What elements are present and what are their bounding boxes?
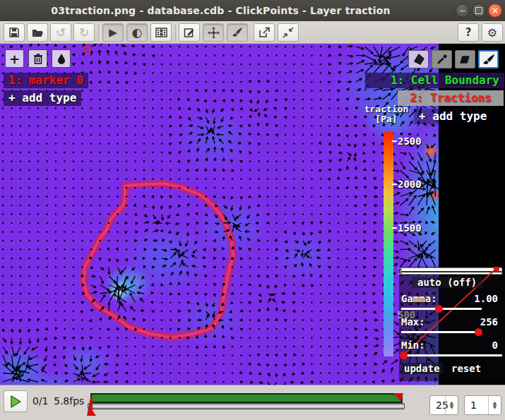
polygon-tool-icon (412, 54, 425, 65)
polygon-fill-tool-button[interactable] (408, 50, 429, 68)
max-slider-handle[interactable] (475, 328, 482, 336)
edit-marker-button[interactable] (179, 23, 200, 42)
spin-arrows[interactable]: ▲▼ (445, 396, 458, 414)
marker-type-label: 1: marker 0 (8, 73, 83, 87)
edit-icon (184, 27, 195, 38)
collapse-arrows-icon (283, 27, 294, 38)
play-button[interactable]: ▶ (102, 23, 124, 42)
timeline-groove[interactable] (88, 403, 405, 409)
open-button[interactable] (27, 23, 48, 42)
playback-play-button[interactable] (4, 390, 28, 412)
color-picker-tool-button[interactable] (432, 50, 452, 68)
colorbar-tick-label: 1500 (398, 222, 422, 234)
save-button[interactable] (4, 23, 25, 42)
playback-bar: 0/1 5.8fps 25 ▲▼ 1 ▲▼ (0, 385, 505, 420)
undo-button[interactable]: ↺ (50, 23, 71, 42)
maximize-button[interactable] (472, 4, 486, 18)
colorbar-title: traction[Pa] (362, 104, 411, 124)
eraser-icon (459, 55, 471, 64)
timeline-range[interactable] (90, 393, 403, 403)
redo-button[interactable]: ↻ (73, 23, 95, 42)
maximize-icon (475, 7, 482, 14)
gamma-slider-handle[interactable] (435, 305, 443, 313)
add-type-label: + add type (419, 109, 487, 123)
pipette-icon (436, 54, 448, 65)
spin-arrows[interactable]: ▲▼ (488, 396, 501, 414)
mask-type-label: 2: Tractions (410, 91, 492, 104)
help-button[interactable]: ? (458, 23, 479, 42)
export-icon (259, 27, 270, 38)
min-label: Min: (401, 340, 425, 351)
plus-icon: + (9, 52, 20, 66)
play-icon: ▶ (109, 26, 117, 39)
mask-type-item-tractions[interactable]: 2: Tractions (398, 90, 504, 106)
export-button[interactable] (254, 23, 275, 42)
fps-spinbox[interactable]: 25 ▲▼ (429, 395, 458, 415)
auto-button[interactable]: auto (off) (412, 277, 482, 288)
max-label: Max: (401, 316, 425, 328)
folder-open-icon (32, 28, 44, 38)
close-icon: × (492, 6, 499, 15)
help-icon: ? (465, 26, 472, 39)
colorbar-tick-mark (392, 184, 397, 185)
undo-icon: ↺ (56, 25, 66, 40)
shrink-view-button[interactable] (278, 23, 299, 42)
save-icon (8, 27, 20, 38)
toolbar-separator (175, 24, 178, 41)
delete-marker-tool-button[interactable] (28, 49, 47, 68)
reset-button[interactable]: reset (448, 363, 484, 374)
add-mask-type-button[interactable]: + add type (414, 109, 492, 124)
spin-down-icon[interactable]: ▼ (450, 405, 453, 409)
film-button[interactable] (150, 23, 172, 42)
image-viewport[interactable]: + 1: marker 0 + add type 1: Cell Boundar… (0, 44, 505, 385)
toolbar: ↺ ↻ ▶ ◐ ? ⚙ (0, 21, 505, 44)
contrast-icon: ◐ (132, 25, 143, 40)
fill-marker-tool-button[interactable] (52, 49, 71, 68)
spin-down-icon[interactable]: ▼ (493, 405, 497, 409)
eraser-tool-button[interactable] (455, 50, 475, 68)
min-value: 0 (492, 340, 498, 351)
trash-icon (33, 54, 43, 64)
fps-indicator: 5.8fps (54, 395, 84, 407)
play-icon (10, 395, 21, 408)
window-title: 03traction.png - database.cdb - ClickPoi… (0, 5, 441, 16)
minimize-button[interactable]: − (456, 4, 470, 18)
colorbar-tick-mark (392, 227, 397, 229)
add-type-label: + add type (8, 91, 76, 104)
gamma-value: 1.00 (474, 293, 498, 304)
mask-type-item-cell-boundary[interactable]: 1: Cell Boundary (365, 73, 504, 88)
close-button[interactable]: × (488, 4, 502, 18)
colorbar-tick-label: 2000 (398, 179, 422, 190)
add-marker-type-button[interactable]: + add type (4, 90, 81, 106)
minimize-icon: − (459, 6, 466, 15)
frame-counter: 0/1 (32, 395, 49, 407)
toolbar-separator (98, 24, 101, 41)
max-slider[interactable] (401, 331, 482, 333)
update-button[interactable]: update (401, 363, 443, 374)
redo-icon: ↻ (79, 25, 89, 40)
add-marker-tool-button[interactable]: + (5, 49, 24, 68)
film-icon (155, 28, 167, 37)
gamma-label: Gamma: (401, 293, 437, 304)
move-tool-button[interactable] (203, 23, 224, 42)
skip-spin-value: 1 (470, 400, 477, 411)
clickpoints-window: 03traction.png - database.cdb - ClickPoi… (0, 0, 505, 420)
max-value: 256 (480, 316, 498, 328)
frame-skip-spinbox[interactable]: 1 ▲▼ (464, 395, 501, 415)
droplet-icon (57, 54, 66, 64)
contrast-button[interactable]: ◐ (126, 23, 148, 42)
title-bar[interactable]: 03traction.png - database.cdb - ClickPoi… (0, 0, 505, 21)
paint-tool-button[interactable] (227, 23, 248, 42)
move-crosshair-icon (208, 27, 220, 39)
min-slider[interactable] (403, 354, 502, 356)
brush-tool-button[interactable] (478, 50, 499, 68)
brush-icon (232, 27, 243, 38)
contrast-panel: auto (off) Gamma: 1.00 Max: 256 Min: 0 u… (399, 267, 505, 381)
mask-type-label: 1: Cell Boundary (391, 73, 499, 87)
colorbar-tick-mark (392, 140, 397, 142)
marker-type-item[interactable]: 1: marker 0 (4, 73, 88, 88)
settings-button[interactable]: ⚙ (482, 23, 503, 42)
brush-icon (482, 54, 495, 66)
gear-icon: ⚙ (487, 26, 497, 40)
min-slider-handle[interactable] (400, 352, 408, 359)
